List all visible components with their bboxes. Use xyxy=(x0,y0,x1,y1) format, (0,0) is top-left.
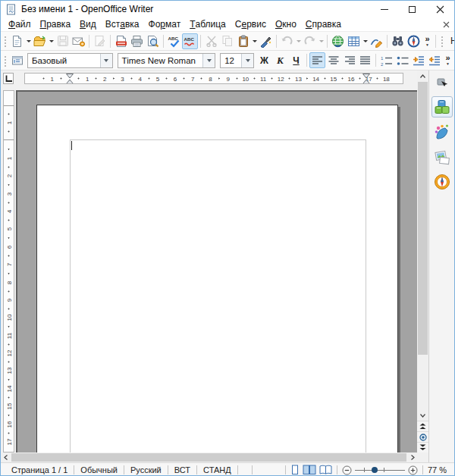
zoom-slider-thumb[interactable] xyxy=(372,467,378,473)
status-page-style[interactable]: Обычный xyxy=(74,465,124,474)
new-document-button[interactable] xyxy=(9,33,25,49)
status-signature-cell[interactable] xyxy=(253,463,266,476)
standard-toolbar-overflow-button[interactable]: » ▼ xyxy=(422,36,433,47)
insert-table-dropdown[interactable] xyxy=(362,33,369,49)
italic-button[interactable]: К xyxy=(272,52,288,68)
print-button[interactable] xyxy=(129,33,145,49)
horizontal-ruler-cells: 1 1 2 3 4 5 6 7 xyxy=(35,74,387,83)
bold-button[interactable]: Ж xyxy=(256,52,272,68)
close-button[interactable] xyxy=(426,1,454,17)
status-insert-mode[interactable]: ВСТ xyxy=(168,465,196,474)
ruler-cell: 10 xyxy=(228,74,246,83)
new-document-dropdown[interactable] xyxy=(25,33,32,49)
scroll-down-button[interactable] xyxy=(417,409,428,421)
font-name-dropdown[interactable] xyxy=(202,54,215,67)
multi-page-view-icon[interactable] xyxy=(303,465,316,475)
menu-item[interactable]: Таблица xyxy=(185,17,231,31)
align-left-button[interactable] xyxy=(309,52,325,68)
auto-spellcheck-toggle[interactable]: ABC xyxy=(182,33,198,49)
paste-button[interactable] xyxy=(235,33,251,49)
vertical-ruler[interactable]: 1 1 2 3 4 5 6 7 xyxy=(3,90,14,453)
zoom-level-value[interactable]: 77 % xyxy=(423,465,450,474)
vertical-scrollbar-track[interactable] xyxy=(417,355,428,409)
menu-item[interactable]: Формат xyxy=(144,17,186,31)
vertical-scrollbar[interactable] xyxy=(417,70,428,462)
email-document-button[interactable] xyxy=(71,33,86,49)
decrease-indent-button[interactable] xyxy=(426,52,442,68)
navigation-target-button[interactable] xyxy=(417,431,428,442)
zoom-out-icon[interactable] xyxy=(342,465,352,475)
left-indent-marker[interactable] xyxy=(66,74,74,84)
spellcheck-button[interactable]: ABC xyxy=(166,33,182,49)
menu-item[interactable]: Правка xyxy=(36,17,76,31)
toolbar-grip[interactable] xyxy=(3,55,8,67)
next-page-button[interactable] xyxy=(417,442,428,453)
insert-table-button[interactable] xyxy=(346,33,362,49)
vertical-scrollbar-thumb[interactable] xyxy=(418,82,428,355)
menu-item[interactable]: Справка xyxy=(301,17,346,31)
menu-item[interactable]: Вид xyxy=(75,17,101,31)
underline-button[interactable]: Ч xyxy=(288,52,304,68)
zoom-in-icon[interactable] xyxy=(408,465,418,475)
styles-panel-button[interactable] xyxy=(9,52,25,68)
tab-type-left-icon xyxy=(5,74,13,83)
sidebar-tab-styles[interactable] xyxy=(431,121,453,142)
sidebar-tab-navigator[interactable] xyxy=(431,171,453,193)
menu-item[interactable]: Сервис xyxy=(231,17,271,31)
open-button[interactable] xyxy=(32,33,48,49)
font-name-combobox[interactable]: Times New Roman xyxy=(118,53,216,68)
horizontal-scrollbar[interactable] xyxy=(1,453,417,462)
maximize-button[interactable] xyxy=(398,1,426,17)
find-toolbar-grip[interactable] xyxy=(440,35,444,47)
status-language[interactable]: Русский xyxy=(124,465,168,474)
menu-item[interactable]: Окно xyxy=(271,17,301,31)
paragraph-style-combobox[interactable]: Базовый xyxy=(27,53,113,68)
formatting-toolbar-overflow-button[interactable]: » ▼ xyxy=(442,55,453,66)
toolbar-grip[interactable] xyxy=(3,35,8,47)
scroll-right-button[interactable] xyxy=(407,453,417,462)
export-pdf-button[interactable] xyxy=(113,33,129,49)
find-replace-button[interactable] xyxy=(390,33,406,49)
paste-dropdown[interactable] xyxy=(251,33,258,49)
previous-page-button[interactable] xyxy=(417,421,428,431)
align-center-button[interactable] xyxy=(325,52,341,68)
page-preview-button[interactable] xyxy=(145,33,161,49)
scroll-up-button[interactable] xyxy=(417,70,428,82)
status-selection-mode[interactable]: СТАНД xyxy=(197,465,237,474)
numbered-list-button[interactable]: 12 xyxy=(378,52,394,68)
hyperlink-button[interactable] xyxy=(330,33,346,49)
clone-formatting-button[interactable] xyxy=(258,33,274,49)
scroll-left-button[interactable] xyxy=(1,453,11,462)
minimize-button[interactable] xyxy=(370,1,398,17)
open-dropdown[interactable] xyxy=(48,33,55,49)
menu-item[interactable]: Файл xyxy=(4,17,36,31)
close-document-button[interactable] xyxy=(438,21,454,28)
status-page-number[interactable]: Страница 1 / 1 xyxy=(5,465,74,474)
book-view-icon[interactable] xyxy=(319,465,332,475)
align-right-button[interactable] xyxy=(341,52,357,68)
status-modified-cell[interactable] xyxy=(238,463,252,476)
zoom-slider-tick xyxy=(364,468,365,472)
find-toolbar-label[interactable]: Найти xyxy=(450,36,455,46)
horizontal-ruler[interactable]: 1 1 2 3 4 5 6 7 xyxy=(24,73,403,84)
sidebar-settings-button[interactable] xyxy=(434,75,450,90)
right-indent-marker[interactable] xyxy=(362,74,370,84)
bullet-list-button[interactable] xyxy=(394,52,410,68)
navigator-button[interactable] xyxy=(406,33,422,49)
align-justify-button[interactable] xyxy=(357,52,373,68)
sidebar-tab-properties[interactable] xyxy=(431,96,453,117)
sidebar-tab-gallery[interactable] xyxy=(431,146,453,168)
horizontal-scrollbar-thumb[interactable] xyxy=(11,453,406,462)
document-page[interactable] xyxy=(36,105,398,453)
zoom-slider[interactable] xyxy=(355,470,405,471)
paragraph-style-dropdown[interactable] xyxy=(100,54,112,67)
font-size-dropdown[interactable] xyxy=(241,54,253,67)
font-size-combobox[interactable]: 12 xyxy=(220,53,254,68)
draw-functions-button[interactable] xyxy=(369,33,384,49)
copy-icon xyxy=(221,35,234,47)
chevron-down-icon xyxy=(419,412,426,418)
tab-stop-selector[interactable] xyxy=(3,73,14,84)
menu-item[interactable]: Вставка xyxy=(101,17,144,31)
single-page-view-icon[interactable] xyxy=(290,465,300,475)
increase-indent-button[interactable] xyxy=(410,52,426,68)
